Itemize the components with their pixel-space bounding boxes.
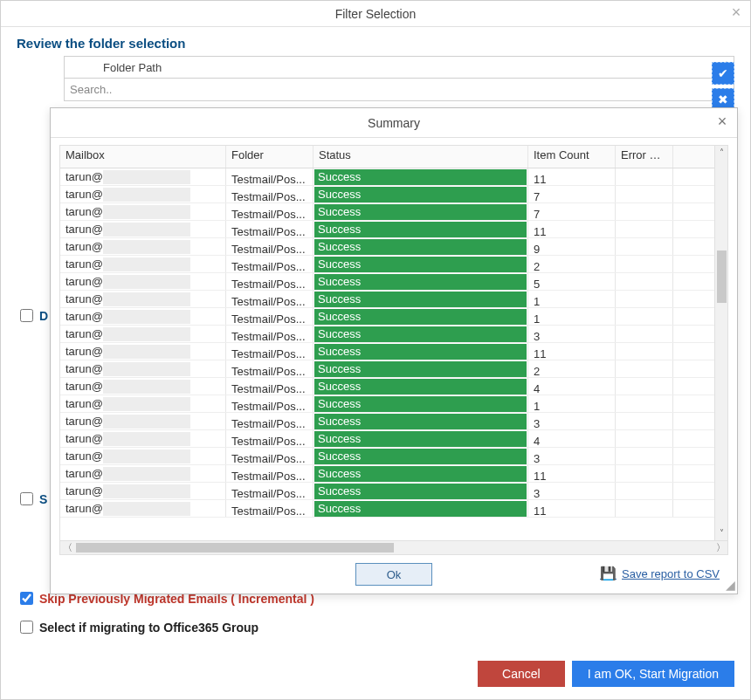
scroll-left-icon[interactable]: 〈: [60, 541, 74, 554]
cell-status: Success: [313, 168, 528, 185]
table-row[interactable]: tarun@Testmail/Pos...Success1: [60, 291, 727, 308]
cell-item-count: 3: [528, 483, 616, 499]
scroll-thumb-v[interactable]: [717, 250, 727, 303]
mailbox-prefix: tarun@: [65, 256, 103, 272]
cell-error-det: [616, 326, 673, 342]
col-folder[interactable]: Folder: [226, 146, 313, 168]
table-row[interactable]: tarun@Testmail/Pos...Success11: [60, 221, 727, 238]
cell-folder: Testmail/Pos...: [226, 378, 313, 395]
status-badge: Success: [314, 361, 527, 377]
cell-error-det: [616, 448, 673, 464]
mailbox-masked: [103, 292, 190, 306]
table-row[interactable]: tarun@Testmail/Pos...Success4: [60, 430, 727, 448]
modal-close-button[interactable]: ×: [713, 112, 732, 131]
cell-status: Success: [313, 343, 528, 360]
save-icon: 💾: [600, 566, 617, 581]
table-row[interactable]: tarun@Testmail/Pos...Success7: [60, 203, 727, 221]
ok-button[interactable]: Ok: [355, 563, 432, 586]
horizontal-scrollbar[interactable]: 〈 〉: [60, 540, 727, 554]
grid-body[interactable]: tarun@Testmail/Pos...Success11tarun@Test…: [60, 168, 727, 540]
cell-folder: Testmail/Pos...: [226, 326, 313, 342]
table-row[interactable]: tarun@Testmail/Pos...Success2: [60, 256, 727, 273]
cell-status: Success: [313, 308, 528, 325]
col-error-det[interactable]: Error Det˄: [616, 146, 673, 168]
table-row[interactable]: tarun@Testmail/Pos...Success1: [60, 395, 727, 413]
cancel-button[interactable]: Cancel: [478, 661, 565, 687]
table-row[interactable]: tarun@Testmail/Pos...Success7: [60, 186, 727, 203]
cell-mailbox: tarun@: [60, 238, 226, 255]
summary-grid: Mailbox Folder Status Item Count Error D…: [59, 145, 728, 555]
col-item-count[interactable]: Item Count: [528, 146, 616, 168]
scroll-up-icon[interactable]: ˄: [720, 146, 724, 160]
col-mailbox[interactable]: Mailbox: [60, 146, 226, 168]
mailbox-masked: [103, 432, 190, 446]
select-all-button[interactable]: ✔: [712, 62, 734, 85]
cell-item-count: 7: [528, 203, 616, 220]
cell-item-count: 2: [528, 360, 616, 377]
cell-item-count: 11: [528, 221, 616, 237]
table-row[interactable]: tarun@Testmail/Pos...Success3: [60, 448, 727, 465]
folder-path-header[interactable]: Folder Path ▲ ▼: [64, 56, 734, 79]
mailbox-prefix: tarun@: [65, 360, 103, 377]
scroll-thumb-h[interactable]: [76, 543, 394, 552]
cell-item-count: 3: [528, 326, 616, 342]
cell-error-det: [616, 395, 673, 412]
mailbox-masked: [103, 345, 190, 359]
status-badge: Success: [314, 326, 527, 342]
start-migration-button[interactable]: I am OK, Start Migration: [572, 661, 734, 687]
option-s[interactable]: S: [17, 490, 47, 508]
table-row[interactable]: tarun@Testmail/Pos...Success9: [60, 238, 727, 256]
modal-footer: Ok 💾 Save report to CSV ◢: [51, 555, 737, 594]
mailbox-prefix: tarun@: [65, 500, 103, 517]
cell-mailbox: tarun@: [60, 168, 226, 185]
summary-modal: Summary × Mailbox Folder Status Item Cou…: [50, 107, 738, 594]
cell-status: Success: [313, 430, 528, 447]
skip-previously-migrated-checkbox[interactable]: [20, 592, 33, 605]
office365-group-checkbox[interactable]: [20, 621, 33, 634]
status-badge: Success: [314, 431, 527, 447]
table-row[interactable]: tarun@Testmail/Pos...Success3: [60, 483, 727, 500]
office365-group-option[interactable]: Select if migrating to Office365 Group: [17, 618, 314, 636]
mailbox-prefix: tarun@: [65, 343, 103, 360]
cell-item-count: 4: [528, 378, 616, 395]
cell-status: Success: [313, 500, 528, 517]
cell-folder: Testmail/Pos...: [226, 273, 313, 290]
option-s-checkbox[interactable]: [20, 492, 33, 505]
option-d-checkbox[interactable]: [20, 309, 33, 322]
cell-status: Success: [313, 221, 528, 237]
bg-subtitle: Review the folder selection: [1, 27, 750, 56]
table-row[interactable]: tarun@Testmail/Pos...Success3: [60, 326, 727, 343]
table-row[interactable]: tarun@Testmail/Pos...Success11: [60, 343, 727, 360]
cell-item-count: 4: [528, 430, 616, 447]
mailbox-prefix: tarun@: [65, 413, 103, 429]
save-csv-link[interactable]: 💾 Save report to CSV: [600, 566, 720, 581]
search-placeholder: Search..: [70, 83, 112, 96]
cell-mailbox: tarun@: [60, 343, 226, 360]
scroll-right-icon[interactable]: 〉: [713, 541, 727, 554]
scroll-down-icon[interactable]: ˅: [720, 526, 724, 540]
table-row[interactable]: tarun@Testmail/Pos...Success1: [60, 308, 727, 326]
mailbox-prefix: tarun@: [65, 238, 103, 255]
table-row[interactable]: tarun@Testmail/Pos...Success5: [60, 273, 727, 291]
cell-status: Success: [313, 395, 528, 412]
table-row[interactable]: tarun@Testmail/Pos...Success3: [60, 413, 727, 430]
save-csv-label: Save report to CSV: [622, 567, 720, 580]
resize-grip-icon[interactable]: ◢: [726, 578, 735, 592]
option-d[interactable]: D: [17, 306, 48, 325]
table-row[interactable]: tarun@Testmail/Pos...Success2: [60, 360, 727, 378]
vertical-scrollbar[interactable]: ˄ ˅: [714, 146, 727, 540]
cell-mailbox: tarun@: [60, 256, 226, 272]
cell-error-det: [616, 238, 673, 255]
cell-mailbox: tarun@: [60, 413, 226, 429]
table-row[interactable]: tarun@Testmail/Pos...Success4: [60, 378, 727, 395]
table-row[interactable]: tarun@Testmail/Pos...Success11: [60, 465, 727, 483]
cell-error-det: [616, 168, 673, 185]
status-badge: Success: [314, 292, 527, 307]
cell-folder: Testmail/Pos...: [226, 203, 313, 220]
table-row[interactable]: tarun@Testmail/Pos...Success11: [60, 500, 727, 518]
folder-search-input[interactable]: Search.. ⌕: [64, 79, 734, 101]
table-row[interactable]: tarun@Testmail/Pos...Success11: [60, 168, 727, 186]
status-badge: Success: [314, 449, 527, 464]
col-status[interactable]: Status: [313, 146, 528, 168]
bg-close-button[interactable]: ×: [727, 3, 745, 21]
